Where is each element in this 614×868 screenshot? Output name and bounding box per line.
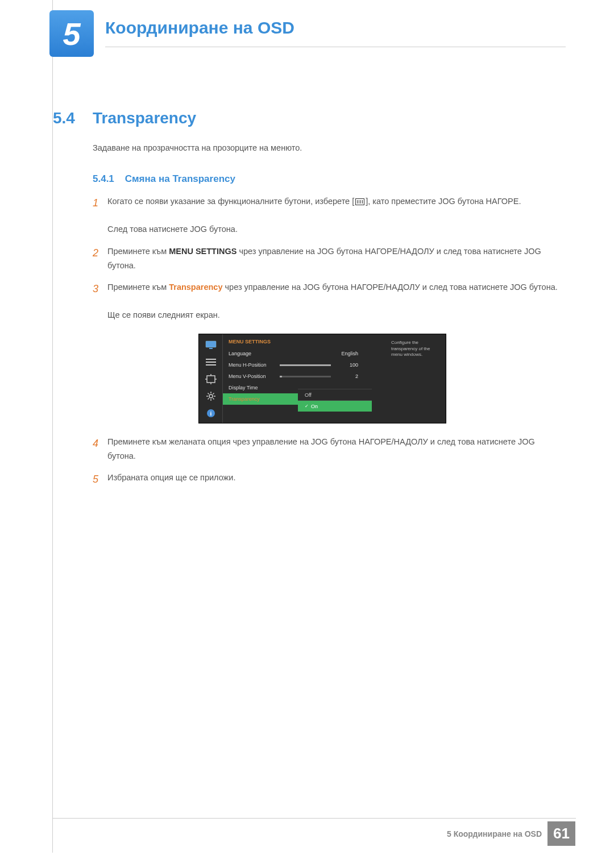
page-footer: 5 Координиране на OSD 61 [447, 821, 575, 846]
svg-rect-0 [206, 341, 216, 347]
list-icon [205, 357, 217, 367]
subsection-heading: 5.4.1 Смяна на Transparency [93, 173, 235, 185]
svg-text:i: i [210, 410, 211, 417]
step-text: Преминете към желаната опция чрез управл… [107, 435, 559, 463]
step-5: 5 Избраната опция ще се приложи. [93, 471, 559, 488]
step-number: 3 [93, 280, 107, 322]
chapter-number: 5 [63, 15, 80, 52]
osd-screenshot: i MENU SETTINGS Language English Menu H-… [198, 334, 446, 423]
subsection-number: 5.4.1 [93, 173, 114, 184]
info-icon: i [205, 408, 217, 418]
chapter-underline [105, 47, 566, 47]
osd-help-text: Configure the transparency of the menu w… [391, 340, 442, 358]
slider [280, 364, 331, 366]
osd-row-vposition: Menu V-Position 2 [229, 371, 446, 382]
osd-sidebar: i [199, 334, 223, 423]
step-3: 3 Преминете към Transparency чрез управл… [93, 280, 559, 322]
subsection-title: Смяна на Transparency [125, 173, 235, 184]
step-2: 2 Преминете към MENU SETTINGS чрез управ… [93, 244, 559, 272]
gear-icon [205, 391, 217, 401]
step-number: 5 [93, 471, 107, 488]
step-number: 4 [93, 435, 107, 463]
svg-rect-4 [206, 364, 216, 366]
footer-divider [53, 818, 576, 819]
footer-chapter-label: 5 Координиране на OSD [447, 829, 542, 838]
slider [280, 376, 331, 377]
menu-icon [355, 198, 364, 205]
svg-rect-5 [207, 376, 215, 383]
svg-rect-3 [206, 362, 216, 363]
osd-option-off: Off [298, 389, 372, 400]
step-text: Когато се появи указание за функционални… [107, 194, 559, 236]
section-number: 5.4 [53, 109, 75, 127]
svg-rect-2 [206, 359, 216, 360]
svg-rect-1 [209, 348, 213, 349]
osd-main-panel: MENU SETTINGS Language English Menu H-Po… [223, 334, 446, 423]
osd-row-hposition: Menu H-Position 100 [229, 359, 446, 371]
svg-point-6 [209, 394, 213, 398]
osd-option-on: On [298, 400, 372, 412]
step-4: 4 Преминете към желаната опция чрез упра… [93, 435, 559, 463]
step-text: Преминете към Transparency чрез управлен… [107, 280, 559, 322]
step-text: Преминете към MENU SETTINGS чрез управле… [107, 244, 559, 272]
step-number: 1 [93, 194, 107, 236]
resize-icon [205, 374, 217, 384]
monitor-icon [205, 340, 217, 350]
osd-options-dropdown: Off On [298, 389, 372, 412]
step-1: 1 Когато се появи указание за функционал… [93, 194, 559, 236]
step-text: Избраната опция ще се приложи. [107, 471, 559, 488]
chapter-title: Координиране на OSD [105, 18, 294, 38]
page-number: 61 [547, 821, 575, 846]
document-page: 5 Координиране на OSD 5.4 Transparency З… [52, 0, 575, 853]
steps-list: 1 Когато се появи указание за функционал… [93, 194, 559, 496]
chapter-number-tab: 5 [49, 10, 94, 57]
step-number: 2 [93, 244, 107, 272]
section-title: Transparency [93, 109, 196, 127]
section-description: Задаване на прозрачността на прозорците … [93, 143, 302, 152]
osd-row-transparency: Transparency [223, 393, 298, 405]
